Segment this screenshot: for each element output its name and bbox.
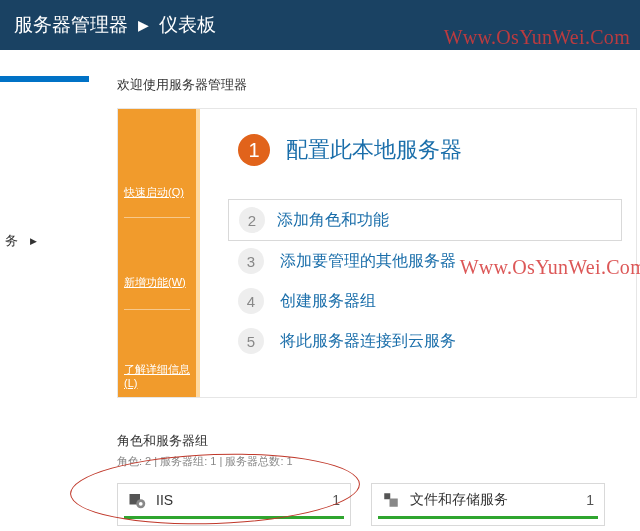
- whats-new-link[interactable]: 新增功能(W): [124, 275, 186, 290]
- chevron-right-icon: ▶: [138, 17, 149, 33]
- quick-start-link[interactable]: 快速启动(Q): [124, 185, 184, 200]
- card-count: 1: [586, 492, 594, 508]
- step-add-roles-features[interactable]: 2 添加角色和功能: [228, 199, 622, 241]
- roles-groups-heading: 角色和服务器组: [117, 432, 640, 450]
- step-number: 4: [238, 288, 264, 314]
- card-count: 1: [332, 492, 340, 508]
- watermark-text: Www.OsYunWei.Com: [460, 256, 640, 279]
- step-label: 配置此本地服务器: [286, 135, 462, 165]
- card-file-storage[interactable]: 文件和存储服务 1: [371, 483, 605, 526]
- sidebar-item-services[interactable]: 务 ▶: [5, 232, 37, 250]
- step-label: 创建服务器组: [280, 291, 376, 312]
- breadcrumb-page: 仪表板: [159, 12, 216, 38]
- step-label: 添加要管理的其他服务器: [280, 251, 456, 272]
- welcome-heading: 欢迎使用服务器管理器: [89, 68, 640, 108]
- main-content: 欢迎使用服务器管理器 快速启动(Q) 新增功能(W) 了解详细信息(L) 1 配…: [89, 50, 640, 531]
- sidebar-item-label: 务: [5, 232, 18, 250]
- card-status-bar: [378, 516, 598, 519]
- divider: [124, 217, 190, 218]
- sidebar: 务 ▶: [0, 50, 89, 531]
- card-iis[interactable]: IIS 1: [117, 483, 351, 526]
- welcome-left-panel: 快速启动(Q) 新增功能(W) 了解详细信息(L): [118, 109, 196, 397]
- role-cards: IIS 1 文件和存储服务 1: [117, 483, 640, 526]
- divider: [124, 309, 190, 310]
- step-configure-local-server[interactable]: 1 配置此本地服务器: [200, 127, 636, 173]
- welcome-tile: 快速启动(Q) 新增功能(W) 了解详细信息(L) 1 配置此本地服务器 2 添…: [117, 108, 637, 398]
- card-title: 文件和存储服务: [410, 491, 508, 509]
- iis-icon: [128, 491, 146, 509]
- step-connect-cloud[interactable]: 5 将此服务器连接到云服务: [200, 321, 636, 361]
- watermark-text: Www.OsYunWei.Com: [444, 26, 630, 49]
- step-label: 添加角色和功能: [277, 210, 389, 231]
- card-title: IIS: [156, 492, 173, 508]
- step-create-server-group[interactable]: 4 创建服务器组: [200, 281, 636, 321]
- learn-more-link[interactable]: 了解详细信息(L): [124, 362, 196, 389]
- svg-point-2: [139, 502, 143, 506]
- svg-rect-3: [384, 493, 390, 499]
- roles-groups-counts: 角色: 2 | 服务器组: 1 | 服务器总数: 1: [117, 454, 640, 469]
- welcome-steps: 1 配置此本地服务器 2 添加角色和功能 3 添加要管理的其他服务器 4 创建服…: [200, 109, 636, 397]
- app-name: 服务器管理器: [14, 12, 128, 38]
- step-number: 1: [238, 134, 270, 166]
- step-label: 将此服务器连接到云服务: [280, 331, 456, 352]
- step-number: 5: [238, 328, 264, 354]
- svg-rect-4: [390, 499, 398, 507]
- storage-icon: [382, 491, 400, 509]
- chevron-right-icon: ▶: [30, 236, 37, 246]
- card-status-bar: [124, 516, 344, 519]
- step-number: 3: [238, 248, 264, 274]
- step-number: 2: [239, 207, 265, 233]
- sidebar-selection-indicator: [0, 76, 89, 82]
